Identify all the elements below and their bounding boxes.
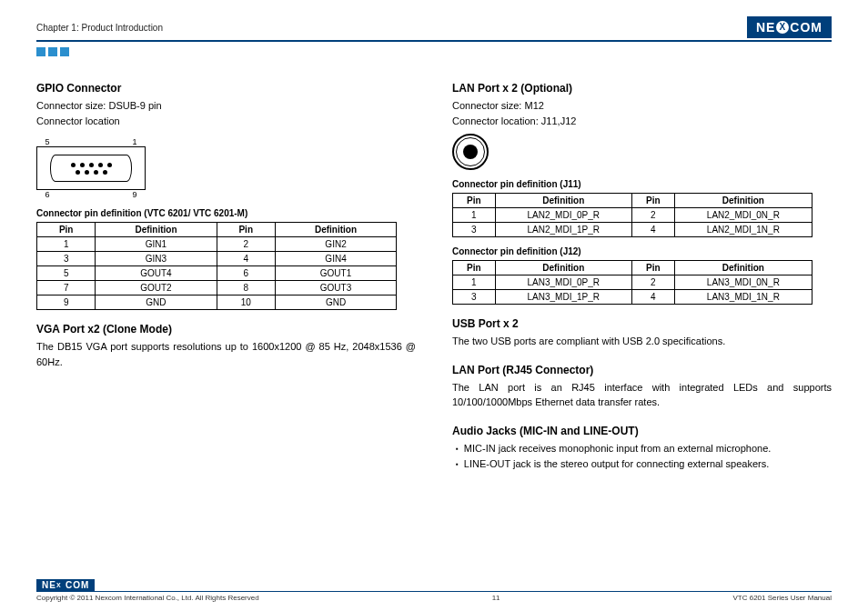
vga-text: The DB15 VGA port supports resolutions u…	[36, 339, 416, 369]
table-header: Definition	[495, 261, 632, 275]
table-cell: LAN3_MDI_1P_R	[495, 290, 632, 305]
lan-size: Connector size: M12	[452, 98, 832, 114]
left-column: GPIO Connector Connector size: DSUB-9 pi…	[36, 75, 416, 473]
table-header: Definition	[674, 261, 812, 275]
table-row: 7GOUT28GOUT3	[37, 281, 397, 295]
table-header: Definition	[96, 223, 217, 237]
rj45-heading: LAN Port (RJ45 Connector)	[452, 364, 832, 376]
table-cell: 3	[37, 252, 96, 266]
audio-bullet-list: MIC-IN jack receives monophonic input fr…	[452, 441, 832, 473]
footer-logo-x-icon: X	[56, 581, 66, 590]
m12-connector-icon	[452, 134, 832, 170]
dsub-diagram: 51 69	[36, 137, 416, 199]
square-icon	[48, 47, 57, 56]
table-header: Pin	[453, 261, 496, 275]
table-cell: 10	[217, 295, 275, 310]
chapter-label: Chapter 1: Product Introduction	[36, 23, 163, 33]
manual-title: VTC 6201 Series User Manual	[733, 594, 833, 602]
table-cell: 1	[37, 237, 96, 252]
table-cell: 9	[37, 295, 96, 310]
logo-text-pre: NE	[756, 20, 775, 35]
table-cell: GND	[96, 295, 217, 310]
table-cell: 2	[217, 237, 275, 252]
table-cell: LAN3_MDI_1N_R	[674, 290, 812, 305]
j11-caption: Connector pin definition (J11)	[452, 179, 832, 189]
page-footer: NEXCOM Copyright © 2011 Nexcom Internati…	[36, 579, 832, 602]
table-cell: GOUT4	[96, 266, 217, 281]
table-cell: GIN2	[275, 237, 396, 252]
right-column: LAN Port x 2 (Optional) Connector size: …	[452, 75, 832, 473]
footer-logo-pre: NE	[42, 580, 56, 590]
table-header: Pin	[632, 261, 675, 275]
table-header: Definition	[495, 194, 632, 208]
table-row: 1LAN2_MDI_0P_R2LAN2_MDI_0N_R	[453, 208, 812, 223]
table-cell: 5	[37, 266, 96, 281]
gpio-loc: Connector location	[36, 114, 416, 129]
table-row: 9GND10GND	[37, 295, 397, 310]
gpio-table-caption: Connector pin definition (VTC 6201/ VTC …	[36, 208, 416, 218]
table-row: 3LAN2_MDI_1P_R4LAN2_MDI_1N_R	[453, 223, 812, 237]
j12-caption: Connector pin definition (J12)	[452, 246, 832, 256]
table-cell: 4	[632, 223, 675, 237]
list-item: LINE-OUT jack is the stereo output for c…	[456, 456, 832, 473]
table-cell: 2	[632, 208, 675, 223]
table-header: Pin	[217, 223, 275, 237]
copyright-text: Copyright © 2011 Nexcom International Co…	[36, 594, 259, 602]
j11-pin-table: PinDefinitionPinDefinition1LAN2_MDI_0P_R…	[452, 193, 812, 237]
table-header: Definition	[674, 194, 812, 208]
table-cell: 7	[37, 281, 96, 295]
table-cell: 1	[453, 208, 496, 223]
table-cell: 2	[632, 275, 675, 290]
table-cell: LAN2_MDI_1P_R	[495, 223, 632, 237]
table-row: 5GOUT46GOUT1	[37, 266, 397, 281]
square-icon	[36, 47, 45, 56]
table-row: 3GIN34GIN4	[37, 252, 397, 266]
gpio-size: Connector size: DSUB-9 pin	[36, 98, 416, 114]
dsub-pin-5: 5	[36, 137, 58, 146]
footer-logo: NEXCOM	[36, 579, 95, 591]
table-cell: LAN2_MDI_1N_R	[674, 223, 812, 237]
list-item: MIC-IN jack receives monophonic input fr…	[456, 441, 832, 457]
usb-text: The two USB ports are compliant with USB…	[452, 334, 832, 349]
table-cell: LAN2_MDI_0N_R	[674, 208, 812, 223]
table-cell: GIN4	[275, 252, 396, 266]
table-row: 3LAN3_MDI_1P_R4LAN3_MDI_1N_R	[453, 290, 812, 305]
j12-pin-table: PinDefinitionPinDefinition1LAN3_MDI_0P_R…	[452, 260, 812, 305]
header-rule	[36, 40, 832, 42]
table-cell: LAN3_MDI_0P_R	[495, 275, 632, 290]
table-cell: 1	[453, 275, 496, 290]
table-cell: LAN3_MDI_0N_R	[674, 275, 812, 290]
table-cell: 6	[217, 266, 275, 281]
page-number: 11	[492, 594, 500, 602]
lan-heading: LAN Port x 2 (Optional)	[452, 82, 832, 95]
usb-heading: USB Port x 2	[452, 317, 832, 330]
decorative-squares	[36, 47, 832, 58]
gpio-heading: GPIO Connector	[36, 82, 416, 95]
dsub-pin-6: 6	[36, 190, 58, 199]
table-header: Definition	[275, 223, 396, 237]
table-row: 1LAN3_MDI_0P_R2LAN3_MDI_0N_R	[453, 275, 812, 290]
table-row: 1GIN12GIN2	[37, 237, 397, 252]
table-cell: GOUT1	[275, 266, 396, 281]
table-cell: 4	[632, 290, 675, 305]
table-header: Pin	[453, 194, 496, 208]
audio-heading: Audio Jacks (MIC-IN and LINE-OUT)	[452, 425, 832, 437]
vga-heading: VGA Port x2 (Clone Mode)	[36, 323, 416, 336]
brand-logo: NEXCOM	[747, 16, 832, 38]
dsub-pin-9: 9	[124, 190, 146, 199]
table-cell: GND	[275, 295, 396, 310]
logo-x-icon: X	[776, 21, 789, 34]
table-cell: 8	[217, 281, 275, 295]
table-cell: 4	[217, 252, 275, 266]
table-cell: 3	[453, 290, 496, 305]
table-cell: GOUT2	[96, 281, 217, 295]
table-header: Pin	[632, 194, 675, 208]
rj45-text: The LAN port is an RJ45 interface with i…	[452, 380, 832, 410]
square-icon	[60, 47, 69, 56]
table-cell: GIN3	[96, 252, 217, 266]
gpio-pin-table: PinDefinitionPinDefinition1GIN12GIN23GIN…	[36, 222, 397, 310]
table-cell: GIN1	[96, 237, 217, 252]
table-header: Pin	[37, 223, 96, 237]
table-cell: LAN2_MDI_0P_R	[495, 208, 632, 223]
lan-loc: Connector location: J11,J12	[452, 114, 832, 129]
